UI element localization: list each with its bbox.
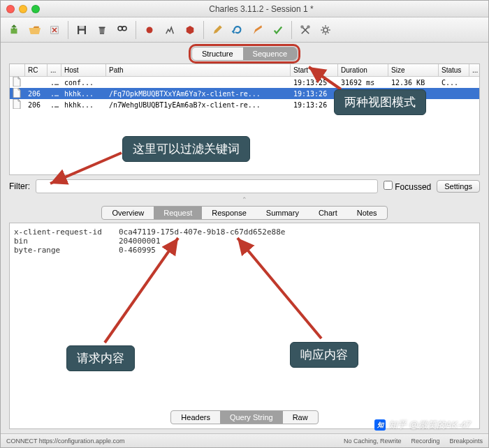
watermark: 知知乎 @微笑的AK-47 [374,419,471,431]
tab-raw[interactable]: Raw [283,411,318,424]
detail-tabs: Overview Request Response Summary Chart … [101,206,387,220]
compose-button[interactable] [249,21,267,39]
breakpoints-button[interactable] [181,21,199,39]
tab-chart[interactable]: Chart [309,207,347,219]
tab-structure[interactable]: Structure [192,47,243,60]
tab-sequence[interactable]: Sequence [243,47,298,60]
table-header: RC ... Host Path Start Duration Size Sta… [10,64,479,77]
col-status[interactable]: Status [439,64,469,76]
col-end[interactable]: ... [469,64,479,76]
status-left: CONNECT https://configuration.apple.com [6,438,124,445]
repeat-button[interactable] [228,21,247,39]
svg-point-10 [307,25,310,29]
window-title: Charles 3.11.2 - Session 1 * [40,4,483,14]
callout-views: 两种视图模式 [334,89,426,115]
close-window[interactable] [6,5,15,13]
tab-query-string[interactable]: Query String [220,411,283,424]
save-button[interactable] [73,21,91,39]
svg-marker-8 [187,26,194,34]
throttle-button[interactable] [161,21,179,39]
view-mode-tabs: Structure Sequence [191,47,298,61]
format-tabs: Headers Query String Raw [170,410,318,424]
record-button[interactable] [140,21,159,39]
toolbar [1,17,488,43]
svg-point-11 [323,28,328,32]
tab-headers[interactable]: Headers [171,411,220,424]
col-rc[interactable]: RC [25,64,48,76]
col-host[interactable]: Host [61,64,106,76]
clear-button[interactable] [93,21,111,39]
table-row[interactable]: ..conf...19:13:2531692 ms12.36 KBC... [10,77,479,88]
kv-row: x-client-request-id0ca47119-175d-407e-9b… [14,227,475,237]
kv-row: bin204000001 [14,237,475,246]
edit-button[interactable] [208,21,226,39]
close-button[interactable] [45,21,64,39]
tab-overview[interactable]: Overview [102,207,154,219]
col-duration[interactable]: Duration [338,64,388,76]
tab-notes[interactable]: Notes [347,207,387,219]
callout-filter: 这里可以过滤关键词 [122,136,250,162]
svg-point-9 [300,25,304,29]
filter-label: Filter: [9,181,30,191]
validate-button[interactable] [269,21,287,39]
status-recording: Recording [411,438,439,445]
col-dots[interactable]: ... [48,64,61,76]
kv-row: byte-range0-460995 [14,246,475,255]
tools-button[interactable] [296,21,314,39]
divider[interactable]: ⌃ [9,196,480,203]
svg-rect-3 [79,26,85,29]
minimize-window[interactable] [19,5,27,13]
zoom-window[interactable] [31,5,40,13]
callout-request: 请求内容 [66,345,135,371]
new-session-button[interactable] [5,21,23,39]
svg-rect-4 [79,30,85,33]
tab-response[interactable]: Response [202,207,256,219]
svg-point-7 [147,27,153,33]
callout-response: 响应内容 [290,342,358,368]
settings-button-filter[interactable]: Settings [437,180,480,193]
open-button[interactable] [25,21,43,39]
tab-summary[interactable]: Summary [256,207,309,219]
status-breakpoints: Breakpoints [449,438,483,445]
status-caching: No Caching, Rewrite [344,438,402,445]
settings-button[interactable] [316,21,335,39]
focussed-checkbox[interactable]: Focussed [384,181,431,192]
find-button[interactable] [113,21,131,39]
tab-request[interactable]: Request [154,207,202,219]
filter-input[interactable] [36,179,378,193]
col-path[interactable]: Path [106,64,291,76]
col-start[interactable]: Start [291,64,338,76]
col-size[interactable]: Size [388,64,439,76]
